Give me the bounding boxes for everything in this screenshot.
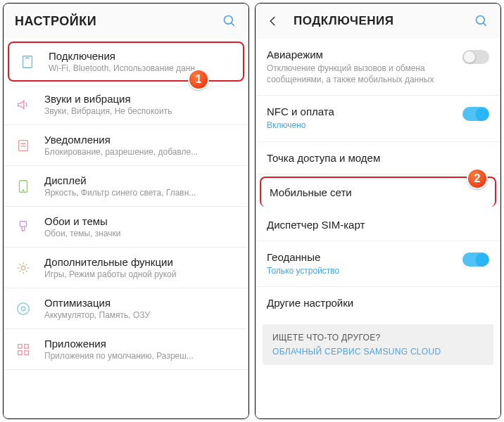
item-title: Оптимизация [44, 297, 237, 309]
step-badge-1: 1 [188, 69, 209, 90]
settings-item-wallpapers[interactable]: Обои и темы Обои, темы, значки [4, 207, 248, 248]
item-title: NFC и оплата [267, 106, 455, 117]
optimization-icon [13, 299, 33, 319]
connections-list: Авиарежим Отключение функций вызовов и о… [256, 39, 500, 418]
item-title: Геоданные [267, 251, 455, 263]
item-title: Другие настройки [267, 297, 489, 309]
search-icon[interactable] [222, 13, 237, 29]
svg-rect-3 [19, 140, 28, 151]
item-sub: Только устройство [267, 265, 455, 276]
header-title: НАСТРОЙКИ [15, 14, 222, 29]
settings-item-display[interactable]: Дисплей Яркость, Фильтр синего света, Гл… [4, 166, 248, 207]
settings-screen: НАСТРОЙКИ Подключения Wi-Fi, Bluetooth, … [3, 3, 249, 419]
item-title: Уведомления [44, 134, 237, 146]
brush-icon [13, 217, 33, 237]
footer-card: ИЩЕТЕ ЧТО-ТО ДРУГОЕ? ОБЛАЧНЫЙ СЕРВИС SAM… [263, 324, 493, 365]
airplane-toggle[interactable] [462, 50, 489, 64]
connections-item-hotspot[interactable]: Точка доступа и модем [256, 142, 500, 174]
settings-item-connections[interactable]: Подключения Wi-Fi, Bluetooth, Использова… [8, 41, 244, 82]
gear-icon [13, 258, 33, 278]
footer-title: ИЩЕТЕ ЧТО-ТО ДРУГОЕ? [272, 333, 484, 343]
svg-line-17 [484, 23, 486, 26]
svg-line-1 [232, 23, 234, 26]
item-title: Приложения [44, 338, 237, 350]
item-title: Диспетчер SIM-карт [267, 219, 489, 231]
item-title: Дисплей [44, 174, 237, 186]
item-sub: Обои, темы, значки [44, 229, 237, 238]
nfc-toggle[interactable] [462, 107, 489, 121]
item-sub: Аккумулятор, Память, ОЗУ [44, 310, 237, 320]
apps-icon [13, 340, 33, 359]
connections-item-mobile-networks[interactable]: Мобильные сети 2 [260, 177, 496, 207]
footer-link[interactable]: ОБЛАЧНЫЙ СЕРВИС SAMSUNG CLOUD [272, 347, 484, 357]
svg-rect-15 [25, 350, 29, 354]
item-title: Звуки и вибрация [44, 93, 237, 105]
settings-item-apps[interactable]: Приложения Приложения по умолчанию, Разр… [4, 329, 248, 370]
header-title: ПОДКЛЮЧЕНИЯ [294, 14, 474, 28]
settings-item-sounds[interactable]: Звуки и вибрация Звуки, Вибрация, Не бес… [4, 84, 248, 125]
display-icon [13, 177, 33, 196]
settings-item-notifications[interactable]: Уведомления Блокирование, разрешение, до… [4, 125, 248, 166]
location-toggle[interactable] [462, 252, 489, 267]
connections-item-sim[interactable]: Диспетчер SIM-карт [256, 209, 500, 241]
notifications-icon [13, 136, 33, 155]
connections-item-location[interactable]: Геоданные Только устройство [256, 241, 500, 287]
svg-point-16 [477, 16, 485, 25]
settings-list: Подключения Wi-Fi, Bluetooth, Использова… [4, 39, 248, 418]
connections-item-other[interactable]: Другие настройки [256, 287, 500, 319]
item-sub: Звуки, Вибрация, Не беспокоить [44, 106, 237, 116]
svg-point-0 [225, 16, 233, 25]
connections-icon [18, 52, 37, 72]
item-title: Точка доступа и модем [267, 152, 489, 164]
svg-point-11 [21, 307, 25, 311]
search-icon[interactable] [474, 13, 489, 29]
item-sub: Отключение функций вызовов и обмена сооб… [267, 63, 455, 85]
sound-icon [13, 95, 33, 115]
svg-point-7 [23, 189, 24, 191]
svg-rect-12 [18, 344, 23, 348]
back-icon[interactable] [267, 15, 281, 27]
item-title: Подключения [49, 50, 234, 62]
item-title: Обои и темы [44, 215, 237, 227]
connections-screen: ПОДКЛЮЧЕНИЯ Авиарежим Отключение функций… [255, 3, 501, 419]
connections-item-airplane[interactable]: Авиарежим Отключение функций вызовов и о… [256, 39, 500, 96]
svg-point-9 [21, 266, 25, 270]
connections-item-nfc[interactable]: NFC и оплата Включено [256, 96, 500, 141]
item-sub: Яркость, Фильтр синего света, Главн... [44, 188, 237, 198]
item-sub: Wi-Fi, Bluetooth, Использование данн... [49, 63, 234, 73]
step-badge-2: 2 [467, 168, 488, 189]
header: НАСТРОЙКИ [4, 4, 248, 39]
item-title: Авиарежим [267, 49, 455, 60]
svg-rect-13 [25, 344, 29, 348]
svg-rect-14 [18, 350, 23, 354]
svg-point-10 [18, 302, 30, 314]
settings-item-advanced[interactable]: Дополнительные функции Игры, Режим работ… [4, 248, 248, 288]
item-title: Мобильные сети [270, 186, 486, 198]
item-sub: Игры, Режим работы одной рукой [44, 269, 237, 279]
item-title: Дополнительные функции [44, 256, 237, 268]
svg-rect-8 [20, 221, 26, 226]
item-sub: Блокирование, разрешение, добавле... [44, 147, 237, 157]
header: ПОДКЛЮЧЕНИЯ [256, 4, 500, 39]
settings-item-optimization[interactable]: Оптимизация Аккумулятор, Память, ОЗУ [4, 288, 248, 329]
item-sub: Приложения по умолчанию, Разреш... [44, 351, 237, 361]
item-sub: Включено [267, 120, 455, 131]
